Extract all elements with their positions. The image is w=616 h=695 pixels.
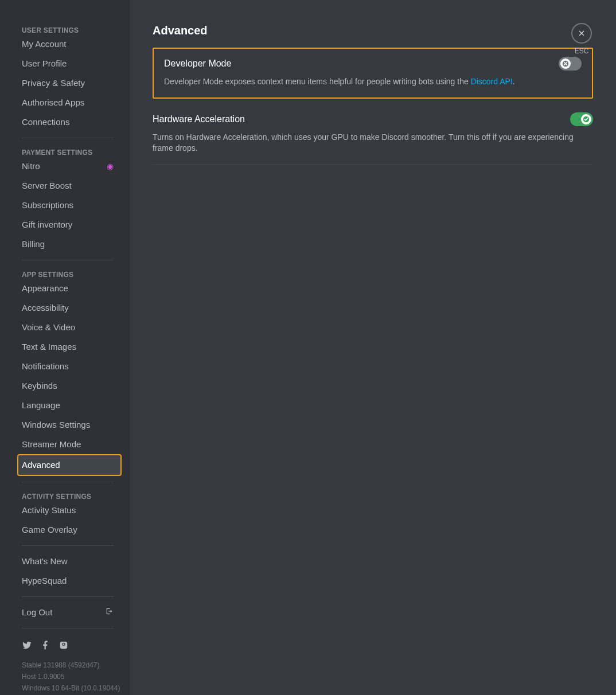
- setting-description: Turns on Hardware Acceleration, which us…: [153, 132, 593, 154]
- sidebar-header-payment-settings: Payment Settings: [6, 144, 124, 157]
- twitter-icon[interactable]: [22, 640, 32, 653]
- sidebar-item-label: Voice & Video: [22, 322, 75, 333]
- toggle-knob: [581, 114, 591, 124]
- sidebar-item-my-account[interactable]: My Account: [6, 34, 124, 54]
- sidebar-header-activity-settings: Activity Settings: [6, 488, 124, 501]
- sidebar-item-advanced[interactable]: Advanced: [17, 454, 122, 476]
- toggle-developer-mode[interactable]: [559, 57, 582, 71]
- divider: [22, 545, 114, 546]
- facebook-icon[interactable]: [40, 640, 50, 653]
- sidebar-item-label: Notifications: [22, 361, 69, 372]
- discord-api-link[interactable]: Discord API: [471, 77, 513, 86]
- setting-hardware-acceleration: Hardware Acceleration Turns on Hardware …: [153, 104, 593, 165]
- sidebar-item-label: My Account: [22, 38, 67, 50]
- setting-description: Developer Mode exposes context menu item…: [164, 76, 582, 87]
- sidebar-item-streamer-mode[interactable]: Streamer Mode: [6, 435, 124, 454]
- sidebar-header-app-settings: App Settings: [6, 266, 124, 279]
- sidebar-item-hypesquad[interactable]: HypeSquad: [6, 571, 124, 591]
- sidebar-item-label: Authorised Apps: [22, 97, 84, 108]
- version-line-1: Stable 131988 (4592d47): [6, 658, 124, 670]
- sidebar-item-label: Streamer Mode: [22, 439, 81, 450]
- sidebar-item-label: Game Overlay: [22, 524, 77, 536]
- divider: [22, 482, 114, 482]
- sidebar-item-label: Connections: [22, 116, 69, 128]
- sidebar-item-label: Server Boost: [22, 180, 72, 192]
- toggle-knob: [560, 58, 571, 69]
- sidebar-item-label: Gift inventory: [22, 219, 72, 231]
- close-icon: [571, 23, 592, 44]
- sidebar-item-nitro[interactable]: Nitro ◉: [6, 157, 124, 176]
- sidebar-item-label: Activity Status: [22, 505, 76, 516]
- settings-sidebar: User Settings My Account User Profile Pr…: [0, 0, 130, 695]
- sidebar-item-label: Appearance: [22, 283, 68, 294]
- sidebar-item-gift-inventory[interactable]: Gift inventory: [6, 215, 124, 235]
- sidebar-item-label: HypeSquad: [22, 575, 67, 587]
- divider: [22, 138, 114, 138]
- sidebar-item-server-boost[interactable]: Server Boost: [6, 176, 124, 196]
- divider: [22, 260, 114, 260]
- sidebar-item-billing[interactable]: Billing: [6, 235, 124, 254]
- sidebar-item-label: Billing: [22, 239, 45, 250]
- sidebar-item-keybinds[interactable]: Keybinds: [6, 376, 124, 396]
- sidebar-item-language[interactable]: Language: [6, 396, 124, 415]
- sidebar-item-user-profile[interactable]: User Profile: [6, 54, 124, 73]
- sidebar-item-label: User Profile: [22, 58, 67, 69]
- sidebar-item-label: Privacy & Safety: [22, 77, 85, 89]
- sidebar-item-label: Text & Images: [22, 341, 76, 353]
- sidebar-item-game-overlay[interactable]: Game Overlay: [6, 520, 124, 540]
- sidebar-item-label: Keybinds: [22, 380, 57, 392]
- main-content: Advanced Developer Mode Developer Mode e…: [130, 0, 616, 695]
- sidebar-item-text-images[interactable]: Text & Images: [6, 337, 124, 357]
- sidebar-item-connections[interactable]: Connections: [6, 112, 124, 132]
- sidebar-item-whats-new[interactable]: What's New: [6, 552, 124, 571]
- sidebar-item-accessibility[interactable]: Accessibility: [6, 298, 124, 318]
- sidebar-item-activity-status[interactable]: Activity Status: [6, 501, 124, 520]
- close-label: ESC: [571, 47, 592, 55]
- sidebar-item-label: What's New: [22, 556, 68, 567]
- social-links: [6, 634, 124, 658]
- sidebar-item-authorised-apps[interactable]: Authorised Apps: [6, 93, 124, 112]
- sidebar-item-label: Accessibility: [22, 302, 69, 314]
- version-line-2: Host 1.0.9005: [6, 670, 124, 681]
- nitro-icon: ◉: [107, 161, 114, 172]
- sidebar-item-label: Nitro: [22, 161, 40, 172]
- logout-icon: [106, 607, 114, 618]
- page-title: Advanced: [153, 24, 593, 37]
- sidebar-item-notifications[interactable]: Notifications: [6, 357, 124, 376]
- sidebar-item-label: Advanced: [22, 459, 60, 471]
- setting-developer-mode: Developer Mode Developer Mode exposes co…: [153, 48, 593, 99]
- sidebar-item-privacy-safety[interactable]: Privacy & Safety: [6, 73, 124, 93]
- divider: [22, 628, 114, 628]
- divider: [22, 596, 114, 597]
- toggle-hardware-acceleration[interactable]: [570, 112, 593, 126]
- sidebar-item-label: Subscriptions: [22, 200, 73, 211]
- instagram-icon[interactable]: [59, 640, 69, 653]
- setting-title: Hardware Acceleration: [153, 114, 245, 124]
- sidebar-item-label: Log Out: [22, 607, 52, 618]
- sidebar-item-label: Language: [22, 400, 60, 411]
- sidebar-header-user-settings: User Settings: [6, 22, 124, 34]
- sidebar-item-voice-video[interactable]: Voice & Video: [6, 318, 124, 337]
- sidebar-item-appearance[interactable]: Appearance: [6, 279, 124, 298]
- sidebar-item-label: Windows Settings: [22, 419, 90, 431]
- close-button[interactable]: ESC: [571, 23, 592, 55]
- sidebar-item-logout[interactable]: Log Out: [6, 603, 124, 622]
- setting-title: Developer Mode: [164, 58, 231, 69]
- sidebar-item-subscriptions[interactable]: Subscriptions: [6, 196, 124, 215]
- sidebar-item-windows-settings[interactable]: Windows Settings: [6, 415, 124, 435]
- version-line-3: Windows 10 64-Bit (10.0.19044): [6, 681, 124, 693]
